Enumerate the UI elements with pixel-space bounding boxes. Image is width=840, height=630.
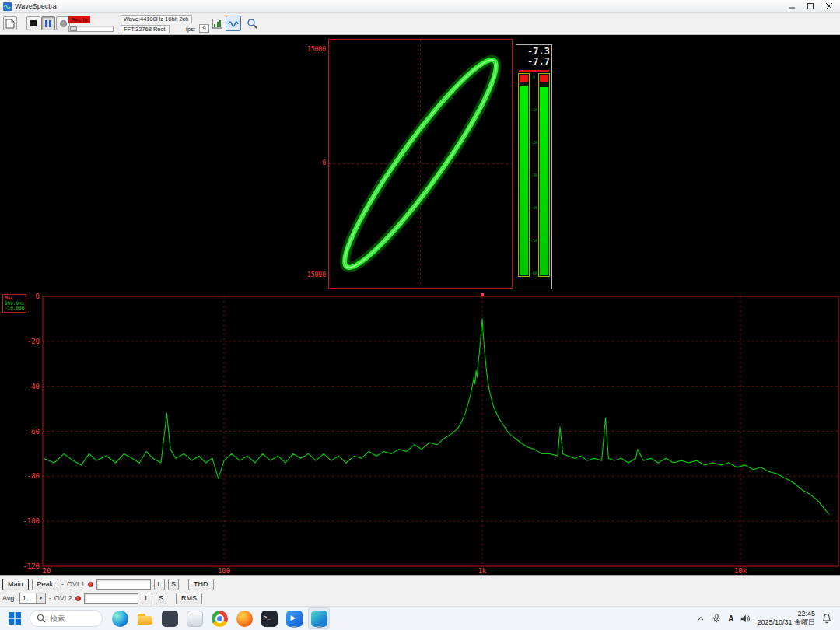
hidden-icons-chevron-icon[interactable] xyxy=(696,614,705,622)
ovl1-led xyxy=(88,582,93,587)
taskbar-icon-app-dark[interactable] xyxy=(159,607,180,629)
stop-button[interactable] xyxy=(26,16,40,30)
taskbar-icon-app-gray[interactable] xyxy=(184,607,205,629)
dash-label-2: - xyxy=(49,594,51,602)
lissajous-axis-label-min: -15000 xyxy=(298,271,326,278)
svg-text:10k: 10k xyxy=(734,567,747,575)
input-level-slider[interactable] xyxy=(68,26,114,32)
app-orange-icon xyxy=(236,611,253,627)
s-button-2[interactable]: S xyxy=(156,593,166,604)
meter-bar-left xyxy=(518,73,530,277)
meter-scale-label: -40 xyxy=(530,205,537,210)
rec-input-indicator: Rec.In xyxy=(68,16,90,23)
waveform-view-button[interactable] xyxy=(226,16,241,31)
titlebar: WaveSpectra xyxy=(0,0,840,13)
level-fill-left xyxy=(520,86,528,275)
main-button[interactable]: Main xyxy=(2,579,29,590)
taskbar-icon-terminal[interactable] xyxy=(258,607,280,629)
control-bar: Main Peak - OVL1 L S THD Avg: 1 ▼ - OVL2… xyxy=(0,575,840,606)
minimize-icon xyxy=(789,3,795,9)
l-button-1[interactable]: L xyxy=(154,579,165,590)
meter-scale-label: -50 xyxy=(530,238,537,243)
media-teal-icon xyxy=(311,611,327,627)
app-icon xyxy=(3,2,12,11)
toolbar: Rec.In Wave:44100Hz 16bit 2ch FFT:32768 … xyxy=(0,13,840,35)
meter-scale: 0-10-20-30-40-50-60 xyxy=(530,73,538,277)
open-file-button[interactable] xyxy=(3,16,17,30)
chrome-icon xyxy=(212,611,228,627)
speaker-icon[interactable] xyxy=(740,614,751,624)
meter-scale-label: -10 xyxy=(530,107,537,112)
folder-icon xyxy=(137,611,153,627)
svg-text:1k: 1k xyxy=(478,567,487,575)
lissajous-display xyxy=(328,39,513,289)
taskbar-app-icons xyxy=(109,607,330,629)
rms-button[interactable]: RMS xyxy=(176,593,202,604)
taskbar-icon-chrome[interactable] xyxy=(208,607,230,629)
minimize-button[interactable] xyxy=(782,0,801,12)
taskbar-icon-folder[interactable] xyxy=(134,607,156,629)
search-input[interactable] xyxy=(50,614,90,623)
lissajous-axis-label-zero: 0 xyxy=(298,159,326,166)
slider-thumb[interactable] xyxy=(70,26,77,31)
peak-readout-level: -10.0dB xyxy=(5,306,24,311)
ovl1-label: OVL1 xyxy=(67,580,85,588)
notifications-bell-icon[interactable] xyxy=(821,613,832,625)
meter-bar-right xyxy=(538,73,550,277)
avg-value: 1 xyxy=(20,594,36,602)
level-meter: -7.3 -7.7 0-10-20-30-40-50-60 xyxy=(516,44,552,289)
meter-scale-label: -60 xyxy=(530,271,537,275)
wavespectra-window: WaveSpectra Rec.In Wave:441 xyxy=(0,0,840,630)
lissajous-axis-label-max: 15000 xyxy=(298,46,326,53)
microphone-icon[interactable] xyxy=(712,613,722,624)
start-button[interactable] xyxy=(5,608,25,628)
pause-icon xyxy=(45,20,47,27)
taskbar-icon-media-blue[interactable] xyxy=(283,607,305,629)
svg-text:-20: -20 xyxy=(27,338,40,345)
pause-button[interactable] xyxy=(41,16,55,30)
clip-zone-left xyxy=(520,75,528,82)
fps-label: fps: xyxy=(186,26,195,33)
taskbar-search[interactable] xyxy=(30,610,103,627)
close-button[interactable] xyxy=(820,0,838,12)
windows-logo-icon xyxy=(9,612,21,625)
maximize-icon xyxy=(807,3,814,9)
ovl1-field[interactable] xyxy=(96,579,151,590)
avg-select[interactable]: 1 ▼ xyxy=(19,593,46,604)
l-button-2[interactable]: L xyxy=(142,593,152,604)
thd-button[interactable]: THD xyxy=(188,579,214,590)
open-file-icon xyxy=(5,19,15,29)
svg-text:-100: -100 xyxy=(23,517,40,525)
taskbar-icon-media-teal[interactable] xyxy=(308,607,330,629)
taskbar-icon-edge[interactable] xyxy=(109,607,131,629)
clip-zone-right xyxy=(540,75,548,82)
terminal-icon xyxy=(261,611,278,627)
graph-view-button[interactable] xyxy=(208,16,224,31)
settings-button[interactable] xyxy=(244,16,260,31)
magnifier-gear-icon xyxy=(247,18,258,30)
meter-right-db: -7.7 xyxy=(518,57,550,67)
meter-scale-label: 0 xyxy=(533,75,535,79)
svg-text:0: 0 xyxy=(36,292,40,300)
clip-line xyxy=(519,70,549,72)
close-icon xyxy=(826,3,832,9)
maximize-button[interactable] xyxy=(801,0,820,12)
svg-text:-80: -80 xyxy=(27,472,40,480)
spectrum-plot[interactable]: 0-20-40-60-80-100-120201001k10k xyxy=(0,292,840,575)
taskbar-icon-app-orange[interactable] xyxy=(233,607,255,629)
caption-buttons xyxy=(782,0,838,13)
level-fill-right xyxy=(540,87,548,275)
s-button-1[interactable]: S xyxy=(168,579,179,590)
ovl2-field[interactable] xyxy=(84,593,138,604)
edge-icon xyxy=(112,611,128,627)
spectrum-panel: 0-20-40-60-80-100-120201001k10k Max 999.… xyxy=(0,292,840,575)
ime-indicator[interactable]: A xyxy=(728,614,733,623)
open-app-indicator xyxy=(317,626,322,628)
svg-text:-60: -60 xyxy=(27,428,40,436)
peak-readout: Max 999.9Hz -10.0dB xyxy=(2,294,26,313)
lissajous-plot xyxy=(329,40,512,288)
taskbar-clock[interactable]: 22:45 2025/10/31 金曜日 xyxy=(757,610,815,627)
open-app-indicator xyxy=(292,626,297,628)
peak-button[interactable]: Peak xyxy=(32,579,59,590)
clock-time: 22:45 xyxy=(757,610,815,618)
